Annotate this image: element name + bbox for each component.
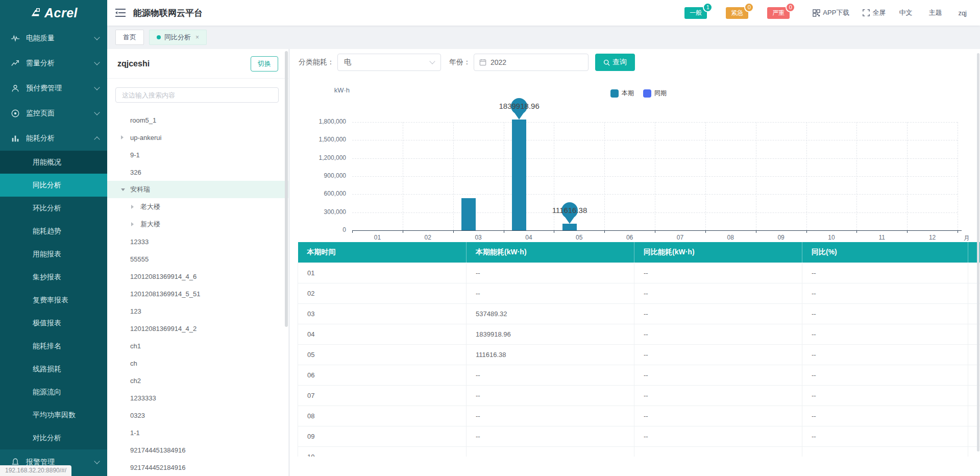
table-cell: -- xyxy=(467,365,634,385)
fullscreen-button[interactable]: 全屏 xyxy=(863,8,886,17)
tree-node-1-1[interactable]: 1-1 xyxy=(107,424,288,441)
sidebar-subitem-能耗排名[interactable]: 能耗排名 xyxy=(0,335,107,358)
theme-switch[interactable]: 主题 xyxy=(928,8,942,17)
tree-node-326[interactable]: 326 xyxy=(107,163,288,181)
menu-collapse-icon[interactable] xyxy=(115,8,126,17)
tree-node-ch1[interactable]: ch1 xyxy=(107,337,288,354)
table-cell: -- xyxy=(802,324,968,344)
tree-search-input[interactable] xyxy=(115,87,279,103)
tree-collapse-arrow-icon[interactable] xyxy=(121,188,130,191)
tab-tongbi-analysis[interactable]: 同比分析 × xyxy=(149,30,207,45)
year-picker[interactable]: 2022 xyxy=(474,54,589,71)
legend-item-same-period[interactable]: 同期 xyxy=(643,89,667,98)
sidebar-subitem-同比分析[interactable]: 同比分析 xyxy=(0,174,107,197)
tree-expand-arrow-icon[interactable] xyxy=(131,205,140,209)
table-cell: -- xyxy=(802,344,968,365)
table-cell: -- xyxy=(802,406,968,426)
sidebar-item-预付费管理[interactable]: 预付费管理 xyxy=(0,76,107,101)
tree-node-label: 1-1 xyxy=(130,429,140,437)
sidebar-subitem-用能概况[interactable]: 用能概况 xyxy=(0,151,107,174)
chart-bar-本期-05[interactable] xyxy=(562,224,577,230)
query-button[interactable]: 查询 xyxy=(595,54,635,71)
sidebar-menu: 电能质量需量分析预付费管理监控页面能耗分析用能概况同比分析环比分析能耗趋势用能报… xyxy=(0,26,107,474)
tree-node-label: 12333 xyxy=(130,238,149,246)
tree-node-label: ch1 xyxy=(130,342,141,350)
tab-home[interactable]: 首页 xyxy=(115,30,144,45)
sidebar-subitem-平均功率因数[interactable]: 平均功率因数 xyxy=(0,403,107,426)
tree-node-12333[interactable]: 12333 xyxy=(107,233,288,250)
tree-node-label: 新大楼 xyxy=(140,220,160,229)
tree-node-12012081369914_4_6[interactable]: 12012081369914_4_6 xyxy=(107,268,288,285)
grid-line-v xyxy=(655,122,655,230)
sidebar-item-需量分析[interactable]: 需量分析 xyxy=(0,51,107,76)
tree-node-1233333[interactable]: 1233333 xyxy=(107,389,288,407)
sidebar-subitem-能源流向[interactable]: 能源流向 xyxy=(0,380,107,403)
tree-node-label: 921744452184916 xyxy=(130,464,185,471)
language-switch[interactable]: 中文 xyxy=(899,8,912,17)
app-download-button[interactable]: APP下载 xyxy=(813,8,849,17)
grid-line-v xyxy=(403,122,403,230)
y-axis-tick-label: 1,800,000 xyxy=(290,118,346,125)
table-cell: -- xyxy=(467,406,634,426)
sidebar-subitem-集抄报表[interactable]: 集抄报表 xyxy=(0,266,107,289)
tree-expand-arrow-icon[interactable] xyxy=(131,222,140,226)
tab-close-icon[interactable]: × xyxy=(195,34,199,41)
tree-node-新大楼[interactable]: 新大楼 xyxy=(107,216,288,233)
sidebar-subitem-极值报表[interactable]: 极值报表 xyxy=(0,312,107,335)
table-cell: -- xyxy=(634,263,802,283)
alarm-badge-严重: 严重0 xyxy=(767,7,790,19)
chart-canvas: kW·h 本期 同期 1,800,0001,500,0001,200,00090… xyxy=(290,76,980,245)
tree-node-0323[interactable]: 0323 xyxy=(107,407,288,424)
table-cell: -- xyxy=(467,426,634,446)
grid-line-v xyxy=(806,122,807,230)
main-scrollbar-thumb[interactable] xyxy=(977,53,979,451)
tree-node-921744452184916[interactable]: 921744452184916 xyxy=(107,459,288,476)
tree-node-55555[interactable]: 55555 xyxy=(107,250,288,268)
sidebar-subitem-复费率报表[interactable]: 复费率报表 xyxy=(0,289,107,312)
table-cell: -- xyxy=(467,283,634,303)
sidebar-item-电能质量[interactable]: 电能质量 xyxy=(0,26,107,51)
tree-node-921744451384916[interactable]: 921744451384916 xyxy=(107,441,288,459)
sidebar-item-监控页面[interactable]: 监控页面 xyxy=(0,101,107,126)
tree-node-123[interactable]: 123 xyxy=(107,302,288,320)
tree-node-安科瑞[interactable]: 安科瑞 xyxy=(107,181,288,198)
table-cell: -- xyxy=(802,263,968,283)
tree-node-12012081369914_4_2[interactable]: 12012081369914_4_2 xyxy=(107,320,288,337)
switch-project-button[interactable]: 切换 xyxy=(251,56,278,72)
tree-node-label: 326 xyxy=(130,169,141,176)
tree-node-12012081369914_5_51[interactable]: 12012081369914_5_51 xyxy=(107,285,288,302)
user-menu[interactable]: zqj xyxy=(958,9,967,17)
y-axis-tick-label: 1,200,000 xyxy=(290,154,346,161)
sidebar-subitem-线路损耗[interactable]: 线路损耗 xyxy=(0,358,107,380)
tree-scrollbar-thumb[interactable] xyxy=(285,51,288,327)
sidebar-subitem-能耗趋势[interactable]: 能耗趋势 xyxy=(0,220,107,243)
x-axis-line xyxy=(352,230,962,231)
x-axis-tick-label: 09 xyxy=(771,234,791,241)
legend-item-current[interactable]: 本期 xyxy=(610,89,634,98)
tree-node-老大楼[interactable]: 老大楼 xyxy=(107,198,288,216)
y-axis-tick-label: 1,500,000 xyxy=(290,136,346,143)
sidebar-subitem-环比分析[interactable]: 环比分析 xyxy=(0,197,107,220)
tree-node-ch2[interactable]: ch2 xyxy=(107,372,288,389)
tree-expand-arrow-icon[interactable] xyxy=(121,135,130,139)
energy-category-select[interactable]: 电 xyxy=(337,54,441,71)
device-tree-panel: zqjceshi 切换 room5_1up-ankerui9-1326安科瑞老大… xyxy=(107,49,288,476)
chart-bar-本期-04[interactable] xyxy=(512,120,526,230)
sidebar-item-label: 监控页面 xyxy=(26,109,95,118)
chart-bar-本期-03[interactable] xyxy=(461,198,476,230)
page-title: 能源物联网云平台 xyxy=(133,7,203,19)
table-row: 07------ xyxy=(298,385,980,406)
x-axis-tick-label: 11 xyxy=(872,234,892,241)
category-selected-value: 电 xyxy=(344,58,430,67)
tree-node-ch[interactable]: ch xyxy=(107,354,288,372)
tree-node-9-1[interactable]: 9-1 xyxy=(107,146,288,163)
sidebar-subitem-用能报表[interactable]: 用能报表 xyxy=(0,243,107,266)
tree-node-up-ankerui[interactable]: up-ankerui xyxy=(107,129,288,146)
table-row: 02------ xyxy=(298,283,980,303)
sidebar-subitem-对比分析[interactable]: 对比分析 xyxy=(0,426,107,449)
table-header-本期时间: 本期时间 xyxy=(298,242,467,263)
x-axis-tick-label: 03 xyxy=(468,234,488,241)
tree-node-room5_1[interactable]: room5_1 xyxy=(107,111,288,129)
sidebar-item-能耗分析[interactable]: 能耗分析 xyxy=(0,126,107,151)
table-row: 01------ xyxy=(298,263,980,283)
